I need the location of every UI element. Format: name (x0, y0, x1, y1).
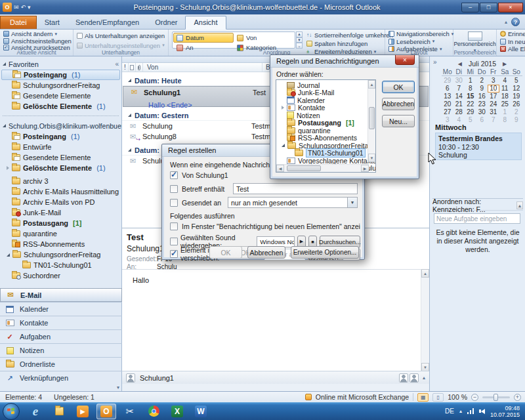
scroll-up-icon[interactable]: ▲ (516, 201, 523, 209)
scroll-left-icon[interactable]: ◀ (276, 165, 284, 172)
tab-ansicht[interactable]: Ansicht (185, 16, 226, 30)
configure-buttons-icon[interactable]: ▾ (117, 385, 119, 390)
column-attachment-icon[interactable] (136, 63, 143, 72)
change-view-button[interactable]: Ansicht ändern▾ (3, 31, 70, 37)
view-settings-button[interactable]: Ansichtseinstellungen (3, 38, 70, 45)
qat-dropdown-icon[interactable]: ▾ (28, 3, 31, 12)
tab-start[interactable]: Start (37, 16, 68, 29)
appointment-card[interactable]: Testtermin Brandes 10:30 - 12:30 Schulun… (435, 133, 522, 160)
zoom-slider[interactable] (482, 396, 510, 398)
calendar-day[interactable]: 8 (499, 116, 511, 124)
folder-gesendete[interactable]: Gesendete Elemente (0, 152, 121, 163)
calendar-day[interactable]: 1 (465, 77, 476, 85)
calendar-day[interactable]: 9 (511, 116, 522, 124)
sound-file-input[interactable]: Windows Notify.wav (257, 236, 295, 247)
start-button[interactable] (3, 403, 20, 420)
collapse-people-pane-icon[interactable]: ▴ (423, 375, 425, 381)
folder-schulungsordner[interactable]: SchulungsordnerFreitag (0, 249, 121, 260)
tree-item-tn01-selected[interactable]: TN01-Schulung01 (276, 150, 375, 158)
folder-posteingang-favorit[interactable]: Posteingang(1) (1, 70, 120, 80)
avatar[interactable] (410, 373, 419, 383)
network-icon[interactable] (467, 408, 474, 414)
folder-posteingang[interactable]: Posteingang(1) (0, 131, 121, 142)
reminder-window-button[interactable]: Erinnerungsfenster (500, 31, 525, 37)
calendar-day[interactable]: 12 (511, 85, 522, 93)
calendar-day[interactable]: 16 (476, 93, 488, 100)
open-in-new-window-button[interactable]: In neuem Fenster öffnen (500, 39, 525, 45)
add-columns-button[interactable]: Spalten hinzufügen (306, 41, 393, 47)
notify-checkbox[interactable] (170, 222, 178, 230)
sound-checkbox[interactable] (170, 238, 178, 245)
folder-archiv3[interactable]: archiv 3 (0, 176, 121, 186)
subject-input[interactable]: Test (233, 183, 358, 194)
folder-junk[interactable]: Junk-E-Mail (0, 207, 121, 218)
sent-to-checkbox[interactable] (170, 199, 178, 207)
zoom-out-icon[interactable]: − (471, 394, 478, 401)
task-arrange-header[interactable]: Anordnen nach: Kennzeichen: F... ▲ (432, 201, 523, 211)
arrange-by-date[interactable]: Datum (173, 33, 234, 43)
connection-status[interactable]: Online mit Microsoft Exchange (316, 393, 409, 401)
scrollbar-thumb[interactable] (369, 107, 375, 129)
column-importance[interactable]: ! (122, 63, 129, 72)
tree-item-junk[interactable]: Junk-E-Mail (276, 89, 375, 97)
send-receive-icon[interactable]: ✉ (14, 3, 19, 12)
word-icon[interactable]: W (191, 404, 211, 419)
calendar-day[interactable]: 24 (488, 100, 499, 108)
nav-aufgaben[interactable]: ✓Aufgaben (0, 329, 122, 343)
volume-icon[interactable] (479, 409, 485, 414)
nav-kontakte[interactable]: Kontakte (0, 316, 122, 329)
calendar-day[interactable]: 17 (488, 93, 499, 100)
tree-item-kontakte[interactable]: Kontakte (276, 104, 375, 112)
undo-icon[interactable]: ↶ (21, 3, 26, 12)
calendar-day[interactable]: 14 (453, 93, 465, 100)
folder-rss[interactable]: RSS-Abonnements (0, 239, 121, 249)
normal-view-icon[interactable]: ▦ (417, 393, 429, 402)
calendar-day[interactable]: 8 (465, 85, 476, 93)
calendar-day[interactable]: 3 (488, 77, 499, 85)
condition-from[interactable]: Von Schulung1 (170, 171, 228, 179)
calendar-day[interactable]: 19 (511, 93, 522, 100)
calendar-day[interactable]: 20 (442, 100, 453, 108)
new-button[interactable]: Neu... (382, 115, 415, 127)
excel-icon[interactable]: X (167, 404, 187, 419)
folder-quarantine[interactable]: quarantine (0, 228, 121, 239)
calendar-day[interactable]: 9 (476, 85, 488, 93)
tree-item-vorgeschlagene[interactable]: Vorgeschlagene Kontakte (276, 157, 375, 165)
calendar-day[interactable]: 7 (488, 116, 499, 124)
calendar-day[interactable]: 21 (453, 100, 465, 108)
folder-archiv-hausmitteilung[interactable]: Archiv E-Mails Hausmitteilung (0, 186, 121, 197)
snipping-tool-icon[interactable]: ✂ (120, 404, 140, 419)
conversation-settings-button[interactable]: Unterhaltungseinstellungen▾ (77, 43, 165, 49)
folder-schulungsordner-favorit[interactable]: SchulungsordnerFreitag (0, 80, 121, 91)
calendar-day[interactable]: 26 (511, 100, 522, 108)
gallery-down-icon[interactable]: ▼ (296, 37, 303, 43)
calendar-day[interactable]: 29 (442, 77, 453, 85)
calendar-day[interactable]: 25 (499, 100, 511, 108)
tab-ordner[interactable]: Ordner (147, 16, 185, 29)
calendar-day[interactable]: 22 (465, 100, 476, 108)
calendar-day[interactable]: 30 (476, 108, 488, 116)
folder-suchordner[interactable]: Suchordner (0, 270, 121, 281)
calendar-day[interactable]: 6 (476, 116, 488, 124)
calendar-day[interactable]: 6 (442, 85, 453, 93)
from-checkbox[interactable] (170, 171, 178, 179)
tab-datei[interactable]: Datei (0, 16, 37, 29)
internet-explorer-icon[interactable]: e (26, 404, 45, 419)
language-indicator[interactable]: DE (445, 408, 454, 415)
sent-to-select[interactable]: nur an mich gesendet▼ (228, 197, 358, 208)
column-item-type-icon[interactable] (129, 63, 136, 72)
tree-item-kalender[interactable]: Kalender (276, 96, 375, 104)
folder-geloeschte-favorit[interactable]: Gelöschte Elemente(1) (0, 101, 121, 112)
calendar-day[interactable]: 18 (499, 93, 511, 100)
calendar-day-today[interactable]: 10 (488, 85, 499, 93)
maximize-button[interactable]: □ (480, 3, 497, 12)
calendar-day[interactable]: 2 (511, 108, 522, 116)
condition-subject[interactable]: Betreff enthält Test (170, 183, 358, 194)
reverse-sort-button[interactable]: ↑↓Sortierreihenfolge umkehren (306, 32, 393, 39)
calendar-day[interactable]: 31 (488, 108, 499, 116)
calendar-day[interactable]: 27 (442, 108, 453, 116)
collapse-triangle-icon[interactable] (7, 253, 10, 257)
arrange-by-from[interactable]: Von (234, 33, 294, 43)
nav-ordnerliste[interactable]: Ordnerliste (0, 357, 122, 371)
chrome-icon[interactable] (144, 404, 163, 419)
